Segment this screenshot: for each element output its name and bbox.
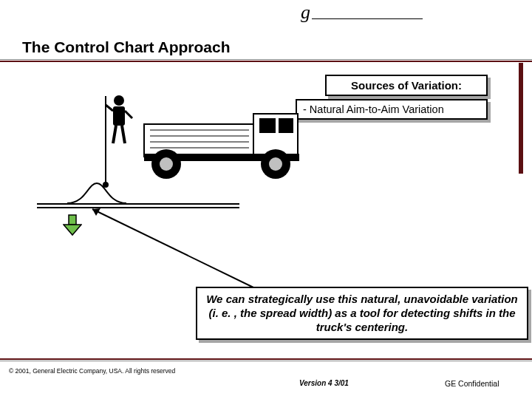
version-text: Version 4 3/01 [299,379,349,387]
svg-rect-11 [279,118,293,133]
down-arrow-icon [63,214,82,236]
side-accent-bar [519,63,523,174]
sources-box: Sources of Variation: [325,75,488,96]
footer-divider [0,358,532,361]
truck-illustration [85,89,314,192]
logo-underline [312,18,423,19]
svg-point-14 [160,157,173,171]
title-underline [0,59,532,62]
svg-rect-21 [69,215,76,225]
confidential-text: GE Confidential [445,379,499,388]
svg-rect-10 [259,118,276,133]
leader-line [89,205,266,294]
svg-rect-3 [113,106,125,126]
copyright-text: © 2001, General Electric Company, USA. A… [9,367,175,375]
natural-variation-box: - Natural Aim-to-Aim Variation [296,99,488,120]
svg-line-6 [113,126,116,143]
svg-line-5 [125,111,132,118]
logo-letter: g [301,1,310,24]
svg-marker-22 [64,225,81,235]
svg-line-23 [92,209,255,288]
slide-title: The Control Chart Approach [22,38,231,56]
bell-curve-icon [67,182,126,204]
svg-point-2 [114,95,124,106]
svg-line-7 [122,126,125,143]
svg-point-16 [269,157,282,171]
svg-line-4 [106,105,113,111]
explanation-box: We can strategically use this natural, u… [196,287,528,340]
